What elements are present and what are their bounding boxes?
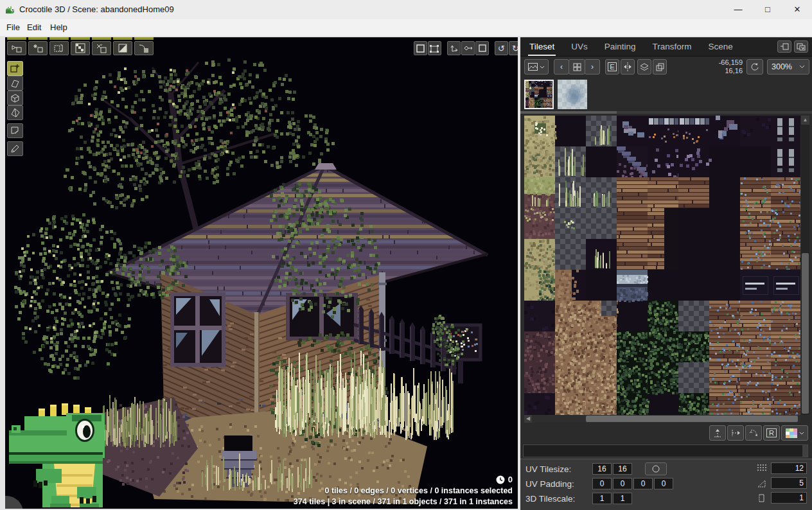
close-button[interactable]: ✕ xyxy=(782,0,812,19)
rotate-icon xyxy=(749,428,759,437)
select-vertices-button[interactable] xyxy=(428,41,441,55)
uv-circle-button[interactable] xyxy=(645,462,667,475)
prev-tile-button[interactable]: ‹ xyxy=(554,59,569,75)
tilescale-y-input[interactable] xyxy=(613,493,632,504)
redo-button[interactable]: ↻ xyxy=(509,41,518,55)
thumbnail-scrollbar[interactable] xyxy=(520,111,812,114)
page-curl-icon xyxy=(10,125,21,136)
prism-tool[interactable] xyxy=(7,105,23,120)
tab-tileset[interactable]: Tileset xyxy=(529,37,554,56)
grid-dots-icon xyxy=(757,464,767,474)
tile-grid-button[interactable] xyxy=(569,59,585,75)
palette-dropdown[interactable] xyxy=(781,425,808,441)
grid-size-input[interactable] xyxy=(771,462,807,474)
angle-snap-input[interactable] xyxy=(771,477,807,489)
scene-3d-view[interactable] xyxy=(5,37,518,509)
menu-help[interactable]: Help xyxy=(46,19,71,36)
move-tool-button[interactable] xyxy=(447,41,461,55)
minimize-button[interactable]: — xyxy=(723,0,753,19)
stacked-diamonds-icon xyxy=(640,63,649,71)
transparency-button[interactable] xyxy=(71,41,90,55)
tab-scene[interactable]: Scene xyxy=(709,37,733,56)
uv-tilesize-y-input[interactable] xyxy=(613,463,632,475)
move-arrows-icon xyxy=(449,44,459,53)
scroll-up-arrow[interactable]: ▲ xyxy=(801,116,809,125)
flip-horizontal-icon xyxy=(731,428,741,437)
shading-button[interactable] xyxy=(92,41,111,55)
cube-tool[interactable] xyxy=(7,91,23,105)
tileset-vertical-scrollbar[interactable]: ▲ xyxy=(801,116,809,415)
scale-tool-button[interactable] xyxy=(475,41,489,55)
rotate-tile-button[interactable] xyxy=(745,425,762,441)
numbered-tile-icon xyxy=(53,43,65,53)
tileset-thumbnail-2-wrap[interactable] xyxy=(558,80,587,109)
move-vertex-button[interactable] xyxy=(461,41,475,55)
maximize-button[interactable]: □ xyxy=(753,0,782,19)
edit-tileset-button[interactable]: E xyxy=(605,59,619,75)
pencil-tool[interactable] xyxy=(7,141,23,156)
uv-tilesize-x-input[interactable] xyxy=(592,463,612,475)
add-tile-tool[interactable] xyxy=(7,61,23,76)
tab-painting[interactable]: Painting xyxy=(605,37,636,56)
tilescale-x-input[interactable] xyxy=(592,493,612,504)
vertical-scroll-thumb[interactable] xyxy=(802,253,809,414)
light-toggle-button[interactable] xyxy=(28,41,48,55)
mirror-button[interactable] xyxy=(621,59,635,75)
undo-button[interactable]: ↺ xyxy=(495,41,508,55)
extrude-input[interactable] xyxy=(771,492,807,504)
uv-padding-2-input[interactable] xyxy=(613,478,632,489)
tile-info-box xyxy=(523,444,808,457)
uv-padding-4-input[interactable] xyxy=(654,478,673,489)
uv-padding-3-input[interactable] xyxy=(633,478,653,489)
flip-horizontal-button[interactable] xyxy=(727,425,744,441)
flip-vertical-button[interactable] xyxy=(709,425,726,441)
zoom-value: 300% xyxy=(772,62,792,71)
window-title: Crocotile 3D / Scene: abandonedHome09 xyxy=(19,0,174,19)
page-curl-tool[interactable] xyxy=(7,123,23,138)
tool-strip-segment xyxy=(49,37,69,40)
horizontal-scroll-thumb[interactable] xyxy=(586,416,798,422)
tileset-horizontal-scrollbar[interactable]: ◀ xyxy=(524,415,800,423)
thumbnail-scroll-thumb[interactable] xyxy=(520,111,617,114)
tileset-thumbnail-selected[interactable] xyxy=(524,80,554,109)
tool-strip-segment xyxy=(7,37,26,40)
dock-panel-button[interactable] xyxy=(777,40,791,53)
info-scroll-nub[interactable] xyxy=(802,445,808,457)
popout-panel-button[interactable] xyxy=(794,40,808,53)
tileset-toolbar: ‹ › E -66,159 16,16 300% xyxy=(520,57,812,78)
next-tile-button[interactable]: › xyxy=(585,59,600,75)
tab-transform[interactable]: Transform xyxy=(653,37,692,56)
tileset-canvas[interactable] xyxy=(524,116,800,415)
menu-edit[interactable]: Edit xyxy=(23,19,45,36)
pencil-icon xyxy=(10,143,21,154)
diamond-arrow-icon xyxy=(463,44,473,53)
dock-icon xyxy=(780,43,789,50)
select-rect-button[interactable] xyxy=(414,41,427,55)
viewport-3d[interactable]: ↺ ↻ 0 0 tiles / 0 edges / 0 vertices / 0… xyxy=(5,37,518,509)
cube-vertices-icon xyxy=(430,44,439,53)
reset-tile-button[interactable]: R xyxy=(763,425,780,441)
quad-tool[interactable] xyxy=(7,76,23,91)
mirror-icon xyxy=(623,62,632,71)
rays-square-icon xyxy=(96,43,107,53)
crocotile-window: { "window": {"title": "Crocotile 3D / Sc… xyxy=(0,0,812,510)
curve-tile-button[interactable] xyxy=(134,41,154,55)
tile-index-button[interactable] xyxy=(49,41,69,55)
uv-padding-1-input[interactable] xyxy=(592,478,612,489)
vertex-snap-button[interactable] xyxy=(7,41,26,55)
extrude-rect-icon xyxy=(757,493,767,504)
refresh-tileset-button[interactable] xyxy=(746,59,763,75)
menu-file[interactable]: File xyxy=(3,19,24,36)
tileset-image-dropdown[interactable] xyxy=(524,59,549,75)
layers-button[interactable] xyxy=(637,59,651,75)
scroll-left-arrow[interactable]: ◀ xyxy=(524,415,532,423)
tool-strip-segment xyxy=(113,37,132,40)
zoom-dropdown[interactable]: 300% xyxy=(767,59,809,75)
chevron-down-icon xyxy=(799,65,805,69)
clock-icon xyxy=(496,475,505,484)
fill-mode-button[interactable] xyxy=(113,41,132,55)
tab-uvs[interactable]: UVs xyxy=(571,37,588,56)
flip-vertical-icon xyxy=(713,428,722,438)
tool-strip-segment xyxy=(134,37,154,40)
duplicate-button[interactable] xyxy=(653,59,667,75)
